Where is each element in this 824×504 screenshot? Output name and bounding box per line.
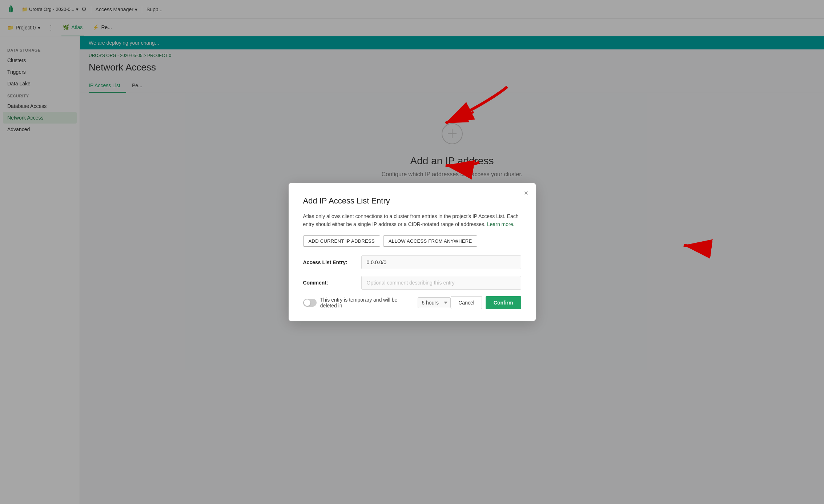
modal-learn-more-link[interactable]: Learn more. — [487, 221, 514, 227]
modal-add-ip: × Add IP Access List Entry Atlas only al… — [289, 183, 536, 321]
access-list-label: Access List Entry: — [303, 259, 361, 265]
modal-overlay: × Add IP Access List Entry Atlas only al… — [0, 0, 824, 504]
confirm-button[interactable]: Confirm — [486, 296, 521, 309]
toggle-label: This entry is temporary and will be dele… — [320, 297, 414, 309]
modal-footer: This entry is temporary and will be dele… — [303, 296, 521, 309]
comment-label: Comment: — [303, 280, 361, 286]
hours-select[interactable]: 6 hours 1 hour 12 hours 24 hours 48 hour… — [418, 297, 451, 308]
access-list-entry-row: Access List Entry: — [303, 255, 521, 269]
temporary-toggle[interactable] — [303, 299, 317, 307]
cancel-button[interactable]: Cancel — [451, 296, 482, 309]
toggle-knob — [304, 299, 310, 306]
modal-quick-actions: ADD CURRENT IP ADDRESS ALLOW ACCESS FROM… — [303, 235, 521, 247]
comment-row: Comment: — [303, 276, 521, 290]
modal-desc-text: Atlas only allows client connections to … — [303, 213, 519, 227]
modal-title: Add IP Access List Entry — [303, 196, 521, 206]
add-current-ip-button[interactable]: ADD CURRENT IP ADDRESS — [303, 235, 380, 247]
modal-description: Atlas only allows client connections to … — [303, 212, 521, 229]
access-list-input[interactable] — [361, 255, 521, 269]
allow-anywhere-button[interactable]: ALLOW ACCESS FROM ANYWHERE — [383, 235, 478, 247]
modal-action-buttons: Cancel Confirm — [451, 296, 521, 309]
modal-close-button[interactable]: × — [524, 189, 528, 197]
comment-input[interactable] — [361, 276, 521, 290]
temporary-toggle-row: This entry is temporary and will be dele… — [303, 297, 451, 309]
